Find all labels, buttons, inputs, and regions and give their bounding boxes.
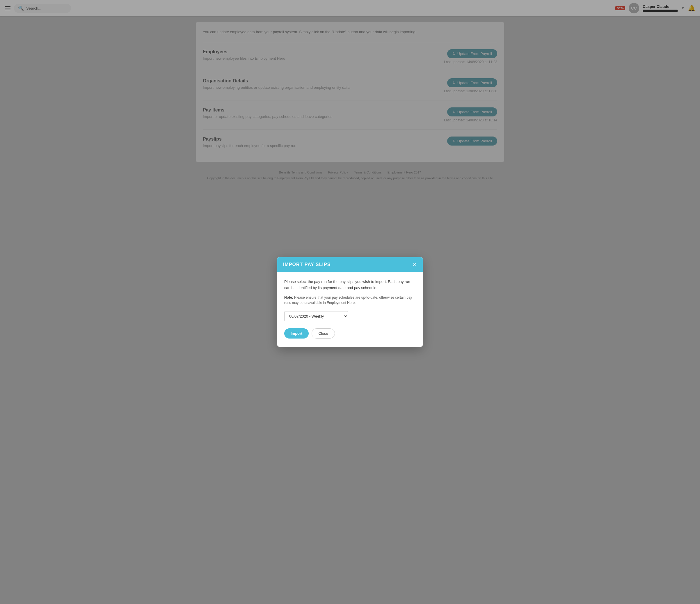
modal-description: Please select the pay run for the pay sl… — [284, 279, 416, 291]
modal-title: IMPORT PAY SLIPS — [283, 262, 330, 267]
modal-note-text: Please ensure that your pay schedules ar… — [284, 295, 412, 305]
modal-overlay: IMPORT PAY SLIPS ✕ Please select the pay… — [0, 0, 700, 604]
modal-header: IMPORT PAY SLIPS ✕ — [277, 257, 423, 272]
modal-note-label: Note: — [284, 295, 293, 299]
modal-footer: Import Close — [284, 328, 416, 340]
pay-run-select[interactable]: 06/07/2020 - Weekly13/07/2020 - Weekly20… — [284, 311, 348, 321]
import-button[interactable]: Import — [284, 328, 309, 339]
modal-close-button[interactable]: ✕ — [412, 262, 417, 267]
modal-body: Please select the pay run for the pay sl… — [277, 272, 423, 347]
import-payslips-modal: IMPORT PAY SLIPS ✕ Please select the pay… — [277, 257, 423, 347]
modal-note: Note: Please ensure that your pay schedu… — [284, 295, 416, 305]
close-modal-button[interactable]: Close — [311, 328, 334, 339]
